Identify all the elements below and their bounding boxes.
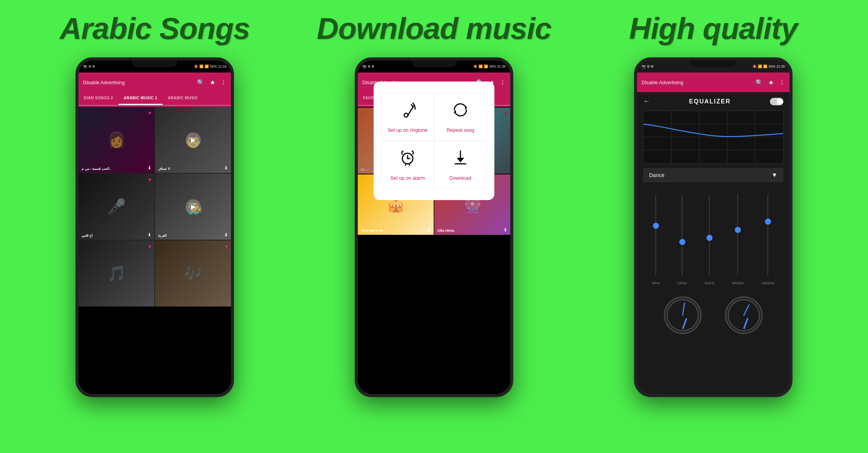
eq-track-1[interactable]	[655, 194, 656, 275]
eq-title: EQUALIZER	[689, 98, 731, 105]
eq-dot-3[interactable]	[706, 235, 713, 241]
song-card-3[interactable]: 🎤 ♥ اخ قلبي ⬇	[78, 174, 154, 240]
eq-toggle[interactable]	[770, 98, 783, 105]
eq-grid-svg	[643, 111, 783, 163]
eq-dot-1[interactable]	[653, 223, 659, 229]
eq-slider-910hz: 910Hz	[705, 194, 714, 285]
song-title-4: الغربة	[158, 234, 167, 237]
status-bar-1: 📷 ⚙ ⚙ 🔇 📶 📶 55% 21:34	[78, 60, 231, 72]
status-icons-1: 📷 ⚙ ⚙	[83, 65, 95, 68]
status-left-1: 📷 ⚙ ⚙	[83, 65, 95, 68]
download-2[interactable]: ⬇	[224, 165, 228, 171]
search-icon-1[interactable]: 🔍	[197, 79, 205, 86]
eq-dot-4[interactable]	[735, 227, 741, 233]
status-left-3: 📷 ⚙ ⚙	[642, 65, 654, 68]
status-bar-2: 📷 ⚙ ⚙ 🔇 📶 📶 55% 21:35	[358, 60, 510, 72]
app-bar-3: Disable Advertising 🔍 ★ ⋮	[637, 72, 790, 92]
more-icon-1[interactable]: ⋮	[220, 79, 226, 86]
time-3: 21:35	[776, 65, 785, 68]
high-quality-title: High quality	[629, 11, 797, 46]
play-btn-4[interactable]: ▶	[186, 199, 201, 214]
tab-arabic-music-1[interactable]: ARABIC MUSIC 1	[119, 92, 163, 105]
repeat-icon	[451, 101, 469, 123]
back-arrow-icon[interactable]: ←	[643, 97, 650, 105]
eq-track-5[interactable]	[767, 194, 768, 275]
dial-1-svg	[665, 298, 700, 333]
download-4[interactable]: ⬇	[224, 232, 228, 237]
status-icons-3: 📷 ⚙ ⚙	[642, 65, 654, 68]
search-icon-3[interactable]: 🔍	[756, 79, 763, 86]
preset-label: Dance	[649, 172, 664, 178]
alarm-label: Set up on alarm	[390, 175, 425, 181]
svg-line-7	[409, 164, 410, 165]
status-left-2: 📷 ⚙ ⚙	[362, 65, 374, 68]
status-right-3: 🔇 📶 📶 55% 21:35	[753, 65, 785, 68]
mute-icon-1: 🔇	[194, 65, 198, 68]
eq-dial-section	[637, 293, 790, 338]
signal-icon-3: 📶	[763, 65, 767, 68]
dl-icon-2[interactable]: ⬇	[503, 227, 507, 233]
dial-2[interactable]	[725, 296, 763, 334]
star-icon-1[interactable]: ★	[210, 79, 215, 86]
song-card-4[interactable]: 👨‍🎤 ▶ الغربة ⬇	[155, 174, 231, 240]
tab-arabic-music-2[interactable]: ARABIC MUSIC	[163, 92, 203, 105]
dialog-item-download[interactable]: Download	[434, 141, 487, 189]
bottom-row-2: Zilla Hilela ⬇	[437, 227, 507, 233]
dialog-item-alarm[interactable]: Set up on alarm	[381, 141, 434, 189]
bottom-song-2: Zilla Hilela	[437, 229, 454, 233]
dial-1[interactable]	[664, 296, 702, 334]
app-bar-icons-3: 🔍 ★ ⋮	[756, 79, 785, 86]
eq-sliders: 60Hz 230Hz 910Hz	[637, 187, 790, 293]
download-music-title: Download music	[317, 11, 551, 46]
dialog-item-ringtone[interactable]: Set up on ringtone	[381, 93, 434, 141]
play-btn-2[interactable]: ▶	[186, 133, 201, 148]
bottom-row-1: الحب قسمة - من م.. ⬇	[82, 165, 151, 171]
cover-6: 🎶	[155, 240, 231, 307]
song-title-1: الحب قسمة - من م..	[82, 167, 111, 171]
time-1: 21:34	[218, 65, 226, 68]
eq-chart	[643, 111, 783, 163]
app-bar-icons-1: 🔍 ★ ⋮	[197, 79, 226, 86]
heart-3: ♥	[148, 177, 151, 183]
bottom-row-4: الغربة ⬇	[158, 232, 228, 237]
phone-1-screen: 📷 ⚙ ⚙ 🔇 📶 📶 55% 21:34 Disable Advertisin…	[78, 60, 231, 394]
more-icon-3[interactable]: ⋮	[779, 79, 785, 86]
signal-icon-2: 📶	[484, 65, 488, 68]
cover-3: 🎤	[78, 174, 154, 240]
bottom-row-3: اخ قلبي ⬇	[82, 232, 151, 237]
song-card-5[interactable]: 🎵 ♥	[78, 240, 154, 307]
content-with-dialog: 🎬 ♥ Bu... 🎭 ♥	[358, 108, 510, 174]
eq-freq-3: 910Hz	[705, 281, 714, 285]
song-title-2: لا تسافر	[158, 167, 170, 171]
bottom-row-1: Ghar More Pa... ⬇	[361, 227, 431, 233]
eq-dot-5[interactable]	[765, 219, 771, 225]
more-icon-2[interactable]: ⋮	[500, 79, 506, 86]
ringtone-label: Set up on ringtone	[388, 127, 428, 133]
mute-icon-2: 🔇	[473, 65, 477, 68]
app-bar-title-3: Disable Advertising	[642, 80, 753, 85]
eq-track-4[interactable]	[737, 194, 738, 275]
alarm-icon	[399, 149, 417, 171]
arabic-songs-title: Arabic Songs	[60, 11, 250, 46]
eq-dot-2[interactable]	[679, 239, 685, 245]
dialog-item-repeat[interactable]: Repeat song	[434, 93, 487, 141]
eq-slider-60hz: 60Hz	[652, 194, 660, 285]
song-grid-1: 👩 ♥ الحب قسمة - من م.. ⬇ 👨 ▶ لا تسافر ⬇	[78, 107, 231, 307]
star-icon-3[interactable]: ★	[768, 79, 774, 86]
chevron-down-icon[interactable]: ▼	[771, 172, 777, 179]
eq-track-2[interactable]	[682, 194, 683, 275]
battery-2: 55%	[489, 65, 496, 68]
wifi-icon-2: 📶	[479, 65, 483, 68]
tab-dian-songs-2[interactable]: DIAN SONGS 2	[78, 92, 119, 105]
song-card-2[interactable]: 👨 ▶ لا تسافر ⬇	[155, 107, 231, 173]
download-3[interactable]: ⬇	[148, 232, 151, 237]
eq-track-3[interactable]	[709, 194, 710, 275]
wifi-icon-1: 📶	[199, 65, 203, 68]
dl-icon-1[interactable]: ⬇	[427, 227, 431, 233]
song-card-6[interactable]: 🎶 ♥	[155, 240, 231, 307]
high-quality-section: High quality 📷 ⚙ ⚙ 🔇 📶 📶 55% 21:35 Disab…	[581, 11, 845, 397]
download-1[interactable]: ⬇	[148, 165, 151, 171]
song-card-1[interactable]: 👩 ♥ الحب قسمة - من م.. ⬇	[78, 107, 154, 173]
cover-1: 👩	[78, 107, 154, 173]
download-label: Download	[449, 175, 471, 181]
